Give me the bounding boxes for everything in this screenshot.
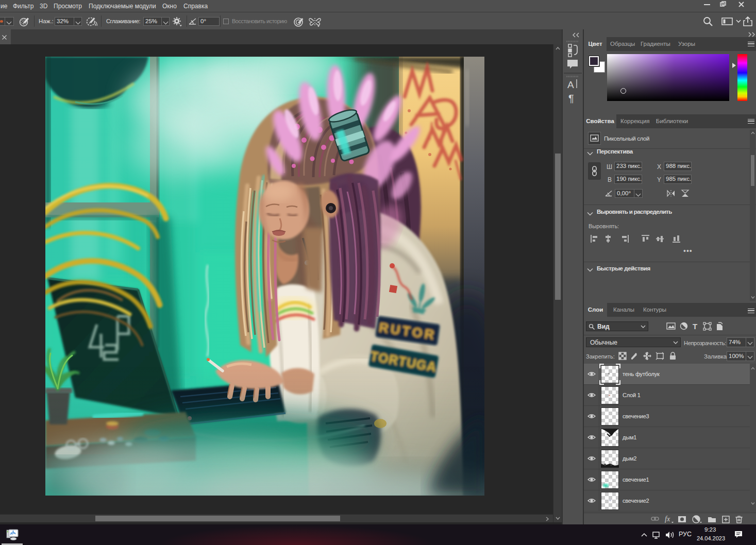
svg-text:fx: fx <box>665 515 670 523</box>
svg-text:A: A <box>567 79 574 90</box>
svg-text:T: T <box>693 322 697 331</box>
svg-text:¶: ¶ <box>568 93 574 104</box>
